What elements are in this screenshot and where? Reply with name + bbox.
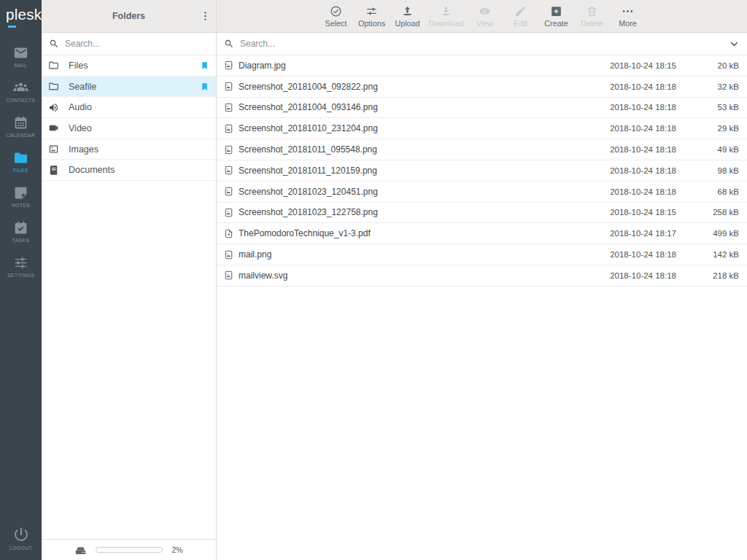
sidebar-item-label: CALENDAR (6, 133, 35, 138)
file-toolbar: SelectOptionsUploadDownloadViewEditCreat… (217, 0, 747, 33)
folder-item-documents[interactable]: Documents (42, 160, 216, 181)
file-name: Screenshot_20181023_120451.png (239, 187, 592, 197)
file-name: Screenshot_20181010_231204.png (239, 123, 592, 133)
toolbar-more-button[interactable]: More (614, 5, 643, 28)
file-row[interactable]: ThePomodoroTechnique_v1-3.pdf2018-10-24 … (217, 223, 747, 244)
image-file-icon (224, 123, 233, 134)
sidebar-item-files[interactable]: FILES (0, 144, 42, 179)
folders-panel: Folders FilesSeafileAudioVideoImagesDocu… (42, 0, 217, 560)
toolbar-upload-button[interactable]: Upload (392, 5, 422, 28)
logout-button[interactable]: LOGOUT (0, 521, 42, 556)
folders-title: Folders (112, 11, 145, 21)
notes-icon (13, 185, 28, 201)
sidebar-item-contacts[interactable]: CONTACTS (0, 74, 42, 109)
toolbar-view-button: View (471, 5, 500, 28)
plesk-logo[interactable]: plesk (0, 0, 42, 33)
file-size: 499 kB (676, 229, 747, 238)
image-file-icon (224, 60, 233, 71)
folder-item-seafile[interactable]: Seafile (42, 77, 216, 98)
folder-item-audio[interactable]: Audio (42, 97, 216, 118)
plesk-app: plesk MAILCONTACTSCALENDARFILESNOTESTASK… (0, 0, 747, 560)
toolbar-select-button[interactable]: Select (321, 5, 350, 28)
storage-widget: 2% (42, 539, 216, 560)
file-row[interactable]: Screenshot_20181010_231204.png2018-10-24… (217, 118, 747, 139)
calendar-icon (13, 115, 28, 131)
plesk-logo-underline (8, 26, 16, 28)
search-icon (224, 39, 234, 49)
folder-list: FilesSeafileAudioVideoImagesDocuments (42, 55, 216, 181)
file-date: 2018-10-24 18:18 (592, 145, 676, 154)
documents-icon (48, 165, 59, 176)
file-row[interactable]: Screenshot_20181011_120159.png2018-10-24… (217, 160, 747, 182)
folder-item-video[interactable]: Video (42, 118, 216, 139)
select-circle-icon (330, 5, 342, 18)
file-row[interactable]: Screenshot_20181011_095548.png2018-10-24… (217, 139, 747, 160)
images-icon (48, 144, 59, 155)
chevron-down-icon[interactable] (729, 39, 740, 50)
folder-icon (48, 60, 59, 71)
kebab-menu-icon[interactable] (199, 10, 212, 23)
settings-icon (13, 255, 28, 271)
sidebar-item-calendar[interactable]: CALENDAR (0, 109, 42, 144)
sidebar-item-notes[interactable]: NOTES (0, 179, 42, 214)
file-name: Screenshot_20181011_120159.png (239, 166, 592, 176)
folder-item-files[interactable]: Files (42, 55, 216, 77)
file-row[interactable]: Screenshot_20181004_093146.png2018-10-24… (217, 98, 747, 119)
file-size: 258 kB (676, 208, 747, 217)
toolbar-create-button[interactable]: Create (542, 5, 571, 28)
logout-label: LOGOUT (9, 545, 32, 551)
folder-icon (48, 81, 59, 92)
image-file-icon (224, 270, 233, 281)
logout-slot: LOGOUT (0, 521, 42, 556)
sidebar-nav: MAILCONTACTSCALENDARFILESNOTESTASKSSETTI… (0, 33, 42, 284)
mail-icon (13, 45, 28, 61)
bookmark-icon[interactable] (200, 81, 209, 93)
pdf-file-icon (224, 228, 233, 239)
toolbar-edit-button: Edit (506, 5, 535, 28)
sidebar-item-label: TASKS (12, 238, 30, 243)
file-size: 142 kB (676, 250, 747, 259)
file-row[interactable]: mail.png2018-10-24 18:18142 kB (217, 244, 747, 265)
file-date: 2018-10-24 18:18 (592, 271, 676, 280)
file-size: 218 kB (676, 271, 747, 280)
sidebar-item-label: MAIL (15, 63, 27, 68)
sidebar-item-settings[interactable]: SETTINGS (0, 249, 42, 284)
folder-item-label: Files (69, 61, 88, 71)
video-icon (48, 122, 59, 133)
toolbar-delete-button: Delete (578, 5, 607, 28)
file-row[interactable]: Screenshot_20181004_092822.png2018-10-24… (217, 77, 747, 98)
folder-item-images[interactable]: Images (42, 139, 216, 160)
file-row[interactable]: mailview.svg2018-10-24 18:18218 kB (217, 265, 747, 287)
pencil-icon (514, 5, 527, 18)
file-date: 2018-10-24 18:15 (592, 61, 676, 70)
file-name: Diagram.jpg (239, 61, 592, 71)
storage-progress-track (96, 547, 163, 553)
bookmark-icon[interactable] (200, 60, 209, 71)
files-search-input[interactable] (240, 39, 723, 49)
toolbar-button-label: Options (358, 19, 385, 28)
file-date: 2018-10-24 18:18 (592, 82, 676, 91)
sidebar-item-mail[interactable]: MAIL (0, 39, 42, 74)
file-size: 20 kB (676, 61, 747, 70)
download-icon (440, 5, 452, 18)
toolbar-button-label: Create (544, 19, 568, 28)
file-size: 49 kB (676, 145, 747, 154)
file-row[interactable]: Screenshot_20181023_120451.png2018-10-24… (217, 182, 747, 203)
image-file-icon (224, 102, 233, 113)
image-file-icon (224, 144, 233, 155)
toolbar-button-label: More (619, 19, 637, 28)
image-file-icon (224, 249, 233, 260)
folders-search-input[interactable] (65, 39, 209, 49)
search-icon (49, 39, 59, 49)
folder-item-label: Audio (69, 102, 92, 112)
sidebar-item-tasks[interactable]: TASKS (0, 214, 42, 249)
sidebar-item-label: CONTACTS (6, 98, 35, 103)
file-row[interactable]: Screenshot_20181023_122758.png2018-10-24… (217, 203, 747, 224)
file-name: Screenshot_20181023_122758.png (239, 207, 592, 217)
folder-item-label: Images (69, 144, 98, 155)
file-list: Diagram.jpg2018-10-24 18:1520 kBScreensh… (217, 55, 747, 287)
toolbar-options-button[interactable]: Options (357, 5, 386, 28)
file-row[interactable]: Diagram.jpg2018-10-24 18:1520 kB (217, 55, 747, 77)
eye-icon (479, 5, 491, 18)
file-name: Screenshot_20181004_092822.png (239, 82, 592, 92)
